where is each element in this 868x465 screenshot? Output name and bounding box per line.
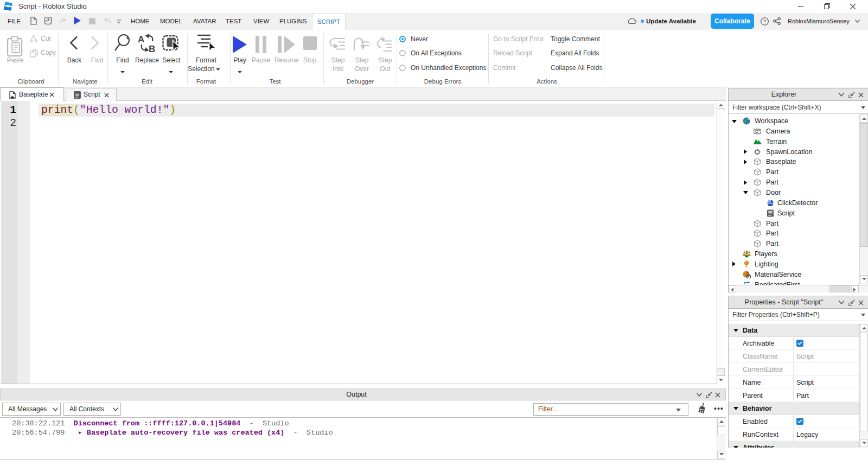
svg-text:A: A [138, 34, 144, 44]
svg-text:B: B [149, 44, 155, 53]
svg-text:?: ? [763, 18, 766, 24]
